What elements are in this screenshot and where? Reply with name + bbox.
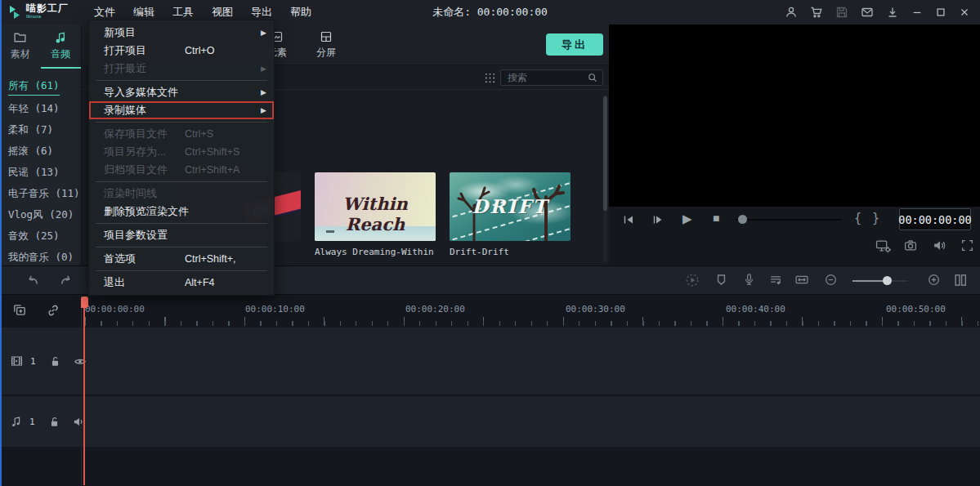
mark-out-icon[interactable]: } [872, 211, 879, 225]
menu-item-new-project[interactable]: 新项目▶ [89, 24, 274, 42]
menu-item-open-project[interactable]: 打开项目Ctrl+O [89, 42, 274, 60]
maximize-button[interactable] [935, 7, 946, 18]
menu-item-delete-render-files[interactable]: 删除预览渲染文件 [89, 203, 274, 221]
menu-item-project-settings[interactable]: 项目参数设置 [89, 226, 274, 244]
media-scrollbar[interactable] [603, 95, 607, 262]
filmora-logo-icon [8, 5, 21, 20]
download-update-icon[interactable] [886, 6, 899, 19]
link-clips-icon[interactable] [46, 303, 60, 318]
file-menu-dropdown: 新项目▶ 打开项目Ctrl+O 打开最近▶ 导入多媒体文件▶ 录制媒体▶ 保存项… [88, 20, 275, 296]
search-box[interactable] [500, 69, 603, 86]
video-track-number: 1 [30, 356, 36, 367]
video-track-lane[interactable] [82, 328, 980, 395]
fullscreen-icon[interactable] [960, 239, 974, 252]
menu-item-record-media[interactable]: 录制媒体▶ [89, 101, 274, 119]
undo-icon[interactable] [25, 273, 40, 288]
menu-item-render-timeline: 渲染时间线 [89, 185, 274, 203]
menu-separator [96, 223, 267, 224]
project-title: 未命名: 00:00:00:00 [432, 0, 548, 25]
audio-item-drift[interactable]: DRIFT [450, 172, 571, 241]
menubar: 文件 编辑 工具 视图 导出 帮助 [85, 5, 320, 20]
menu-item-exit[interactable]: 退出Alt+F4 [89, 274, 274, 292]
category-all[interactable]: 所有 (61) [8, 77, 81, 98]
audio-track-lane[interactable] [82, 396, 980, 447]
record-voiceover-icon[interactable] [742, 273, 756, 287]
search-input[interactable] [501, 72, 587, 83]
ruler-label: 00:00:30:00 [566, 304, 625, 314]
fit-timeline-icon[interactable] [794, 273, 809, 287]
timeline-ruler[interactable]: 00:00:00:00 00:00:10:00 00:00:20:00 00:0… [82, 295, 980, 328]
video-track-header: 1 [0, 328, 82, 395]
close-button[interactable] [959, 7, 970, 18]
menu-item-import-media[interactable]: 导入多媒体文件▶ [89, 83, 274, 101]
menubar-item-view[interactable]: 视图 [203, 5, 242, 20]
tab-media[interactable]: 素材 [0, 25, 41, 69]
submenu-arrow-icon: ▶ [261, 88, 266, 96]
ruler-label: 00:00:50:00 [886, 304, 946, 314]
tab-audio[interactable]: 音频 [41, 25, 82, 69]
grid-view-icon[interactable] [484, 72, 496, 84]
mark-in-icon[interactable]: { [854, 211, 861, 225]
category-my-music[interactable]: 我的音乐 (0) [8, 247, 81, 268]
zoom-in-icon[interactable] [927, 273, 941, 287]
volume-icon[interactable] [932, 239, 946, 252]
seek-bar[interactable] [736, 219, 842, 221]
audio-track-number: 1 [29, 417, 35, 427]
ruler-label: 00:00:10:00 [245, 304, 305, 314]
menu-separator [96, 181, 267, 182]
preview-timecode[interactable]: 00:00:00:00 [899, 208, 971, 230]
category-soft[interactable]: 柔和 (7) [8, 119, 81, 140]
snapshot-camera-icon[interactable] [903, 239, 918, 252]
submenu-arrow-icon: ▶ [261, 65, 266, 73]
seek-handle[interactable] [738, 215, 747, 224]
export-button[interactable]: 导出 [546, 33, 603, 56]
ruler-minor-ticks [82, 321, 980, 326]
timeline-zoom-handle[interactable] [883, 276, 892, 285]
display-settings-icon[interactable] [875, 239, 891, 253]
mail-feedback-icon[interactable] [861, 6, 874, 19]
lock-track-icon[interactable] [48, 416, 60, 428]
toolbar-tab-splitscreen[interactable]: 分屏 [307, 30, 346, 60]
previous-frame-icon[interactable] [622, 213, 635, 226]
menubar-item-export[interactable]: 导出 [242, 5, 281, 20]
audio-category-list: 所有 (61) 年轻 (14) 柔和 (7) 摇滚 (6) 民谣 (13) 电子… [0, 69, 81, 268]
ruler-label: 00:00:40:00 [726, 304, 785, 314]
account-icon[interactable] [785, 6, 798, 19]
playhead-handle[interactable] [81, 297, 88, 308]
audio-item-within-reach[interactable]: Within Reach [315, 172, 436, 241]
redo-icon[interactable] [59, 273, 74, 288]
tab-audio-label: 音频 [51, 47, 70, 61]
category-electronic[interactable]: 电子音乐 (11) [8, 183, 81, 204]
within-reach-cover-text: Within Reach [315, 194, 436, 234]
audio-item-label: Drift-Drift [450, 247, 588, 257]
menubar-item-edit[interactable]: 编辑 [124, 5, 163, 20]
minimize-button[interactable] [911, 7, 923, 18]
stop-icon[interactable]: ■ [713, 212, 719, 225]
category-rock[interactable]: 摇滚 (6) [8, 140, 81, 162]
search-icon[interactable] [587, 72, 602, 83]
category-young[interactable]: 年轻 (14) [8, 98, 81, 119]
audio-mixer-icon[interactable] [768, 273, 783, 287]
video-track-icon [10, 354, 24, 368]
menu-item-preferences[interactable]: 首选项Ctrl+Shift+, [89, 250, 274, 268]
category-sfx[interactable]: 音效 (25) [8, 225, 81, 247]
play-icon[interactable]: ▶ [682, 212, 692, 226]
next-frame-icon[interactable] [651, 213, 665, 226]
menubar-item-tools[interactable]: 工具 [163, 5, 203, 20]
menubar-item-help[interactable]: 帮助 [281, 5, 320, 20]
playhead[interactable] [83, 297, 85, 485]
category-vlog[interactable]: Vlog风 (20) [8, 204, 81, 225]
transport-controls: ▶ ■ { } 00:00:00:00 [609, 207, 980, 233]
zoom-out-icon[interactable] [824, 273, 838, 287]
panel-layout-icon[interactable] [953, 273, 968, 288]
marker-icon[interactable] [714, 273, 728, 287]
menubar-item-file[interactable]: 文件 [85, 5, 124, 20]
drift-cover-text: DRIFT [450, 195, 571, 217]
render-preview-icon[interactable] [685, 273, 700, 288]
lock-track-icon[interactable] [49, 355, 61, 368]
add-track-icon[interactable] [11, 303, 28, 318]
store-cart-icon[interactable] [810, 6, 823, 19]
folder-icon [13, 30, 27, 44]
ruler-label: 00:00:00:00 [85, 304, 145, 314]
category-folk[interactable]: 民谣 (13) [8, 162, 81, 183]
